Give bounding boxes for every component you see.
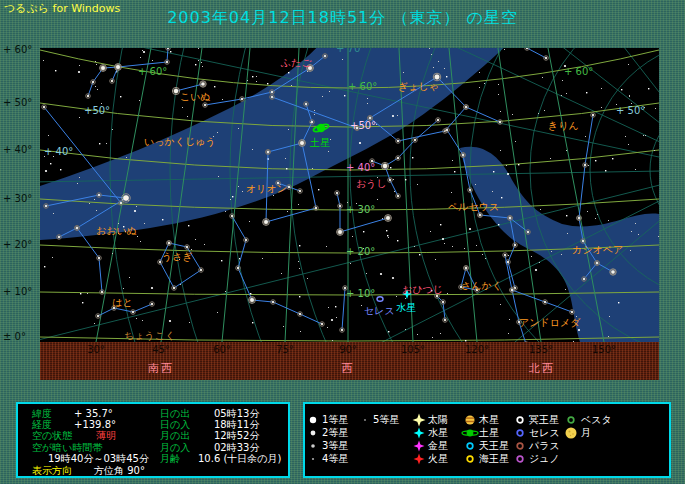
star <box>217 132 218 133</box>
star <box>201 62 202 63</box>
constellation-star <box>465 267 467 269</box>
star <box>195 64 196 65</box>
legend-label: 天王星 <box>479 441 509 451</box>
constellation-line <box>160 243 201 288</box>
star <box>417 334 418 335</box>
star <box>252 76 253 77</box>
info-field: 18時11分 <box>214 420 259 430</box>
star <box>469 228 471 230</box>
info-field: 月の入 <box>160 443 190 453</box>
bright-star <box>338 230 342 234</box>
star <box>250 293 251 294</box>
star <box>96 210 97 211</box>
star <box>608 336 609 337</box>
azimuth-tick: 150° <box>592 345 616 355</box>
star <box>433 67 434 68</box>
constellation-star <box>437 119 439 121</box>
star <box>347 202 348 203</box>
star <box>512 114 513 115</box>
star <box>221 260 222 261</box>
altitude-grid-line <box>40 337 659 341</box>
star <box>252 322 253 323</box>
legend-label: 木星 <box>479 415 499 425</box>
star <box>352 236 353 237</box>
star <box>438 61 439 62</box>
star <box>361 305 362 306</box>
star <box>328 151 329 152</box>
star <box>396 296 397 297</box>
constellation-star <box>186 246 188 248</box>
star <box>136 318 137 319</box>
star <box>213 136 214 137</box>
star <box>118 223 119 224</box>
altitude-axis-label: + 30° <box>3 193 32 204</box>
constellation-star <box>132 311 134 313</box>
star <box>504 49 505 50</box>
star <box>447 293 448 294</box>
star <box>658 236 659 237</box>
star <box>331 319 333 321</box>
star <box>140 241 141 242</box>
star <box>380 273 382 275</box>
star <box>479 72 480 73</box>
legend-label: ベスタ <box>581 415 612 425</box>
azimuth-tick: 30° <box>87 345 105 355</box>
star <box>77 183 78 184</box>
star <box>356 203 357 204</box>
constellation-star <box>511 289 513 291</box>
legend-label: パラス <box>529 441 560 451</box>
star <box>429 48 430 49</box>
star <box>397 240 398 241</box>
star <box>78 71 80 73</box>
legend-label: 海王星 <box>479 454 509 464</box>
legend-label: 4等星 <box>322 454 348 464</box>
constellation-star <box>371 160 373 162</box>
star <box>129 277 130 278</box>
star <box>144 223 145 224</box>
star <box>60 169 61 170</box>
star <box>629 96 630 97</box>
star <box>79 177 80 178</box>
star <box>252 149 253 150</box>
constellation-star <box>582 240 584 242</box>
info-field: 19時40分～03時45分 <box>48 454 149 464</box>
ring-icon <box>461 451 479 467</box>
star <box>417 184 418 185</box>
constellation-star <box>204 104 206 106</box>
star <box>578 329 580 331</box>
azimuth-grid-line <box>449 48 477 342</box>
star <box>550 158 551 159</box>
constellation-star <box>397 195 399 197</box>
constellation-star <box>527 231 529 233</box>
info-field: +139.8° <box>74 420 116 430</box>
constellation-star <box>98 194 100 196</box>
mag4-icon <box>304 451 322 467</box>
star <box>508 255 509 256</box>
constellation-star <box>76 227 78 229</box>
constellation-star <box>237 267 239 269</box>
star <box>329 91 330 92</box>
info-field: 月齢 <box>160 454 180 464</box>
sky-chart[interactable]: + 70+ 60°+50°+ 40°+ 60°+50°+ 40°+ 30°+ 2… <box>40 48 659 342</box>
star <box>198 60 199 61</box>
legend-label: 2等星 <box>322 428 348 438</box>
star <box>431 290 432 291</box>
star <box>482 254 483 255</box>
star <box>94 199 95 200</box>
star <box>493 171 494 172</box>
star <box>377 177 378 178</box>
star <box>518 164 519 165</box>
star <box>283 326 284 327</box>
star <box>262 258 263 259</box>
bright-star <box>264 220 268 224</box>
azimuth-tick: 75° <box>276 345 294 355</box>
altitude-axis-label: + 10° <box>3 286 32 297</box>
constellation-star <box>277 182 279 184</box>
star <box>638 234 639 235</box>
info-field: 表示方向 <box>32 466 72 476</box>
star <box>405 329 406 330</box>
constellation-line <box>342 288 345 330</box>
star <box>612 158 613 159</box>
star <box>45 170 47 172</box>
saturn-icon <box>317 124 325 132</box>
